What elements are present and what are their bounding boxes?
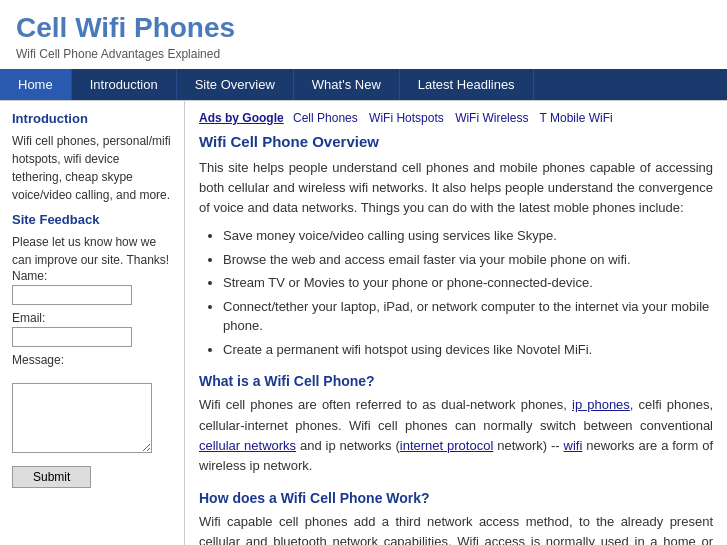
intro-paragraph: This site helps people understand cell p… <box>199 158 713 218</box>
nav-item-introduction[interactable]: Introduction <box>72 69 177 100</box>
ads-link-tmobile[interactable]: T Mobile WiFi <box>540 111 613 125</box>
what-is-heading: What is a Wifi Cell Phone? <box>199 373 713 389</box>
what-text-before: Wifi cell phones are often referred to a… <box>199 397 572 412</box>
how-works-heading: How does a Wifi Cell Phone Work? <box>199 490 713 506</box>
site-title: Cell Wifi Phones <box>16 12 711 44</box>
email-input[interactable] <box>12 327 132 347</box>
what-text-after: network) -- <box>493 438 563 453</box>
list-item: Create a permanent wifi hotspot using de… <box>223 340 713 360</box>
ads-link-cellphones[interactable]: Cell Phones <box>293 111 358 125</box>
main-nav: Home Introduction Site Overview What's N… <box>0 69 727 100</box>
submit-button[interactable]: Submit <box>12 466 91 488</box>
sidebar-intro-heading: Introduction <box>12 111 172 126</box>
message-label: Message: <box>12 353 172 367</box>
sidebar-feedback-heading: Site Feedback <box>12 212 172 227</box>
name-input[interactable] <box>12 285 132 305</box>
internet-protocol-link[interactable]: internet protocol <box>400 438 494 453</box>
list-item: Stream TV or Movies to your phone or pho… <box>223 273 713 293</box>
content-area: Introduction Wifi cell phones, personal/… <box>0 100 727 545</box>
sidebar-intro-text: Wifi cell phones, personal/mifi hotspots… <box>12 132 172 204</box>
ads-link-wifi-hotspots[interactable]: WiFi Hotspots <box>369 111 444 125</box>
overview-heading: Wifi Cell Phone Overview <box>199 133 713 150</box>
ip-phones-link[interactable]: ip phones <box>572 397 630 412</box>
message-textarea[interactable] <box>12 383 152 453</box>
main-content: Ads by Google Cell Phones WiFi Hotspots … <box>185 101 727 545</box>
sidebar-feedback-text: Please let us know how we can improve ou… <box>12 233 172 269</box>
email-field-group: Email: <box>12 311 172 347</box>
message-field-group: Message: <box>12 353 172 456</box>
list-item: Connect/tether your laptop, iPad, or net… <box>223 297 713 336</box>
page-header: Cell Wifi Phones Wifi Cell Phone Advanta… <box>0 0 727 69</box>
cellular-networks-link[interactable]: cellular networks <box>199 438 296 453</box>
feature-list: Save money voice/video calling using ser… <box>223 226 713 359</box>
nav-item-latest-headlines[interactable]: Latest Headlines <box>400 69 534 100</box>
sidebar: Introduction Wifi cell phones, personal/… <box>0 101 185 545</box>
nav-item-site-overview[interactable]: Site Overview <box>177 69 294 100</box>
site-subtitle: Wifi Cell Phone Advantages Explained <box>16 47 711 61</box>
name-label: Name: <box>12 269 172 283</box>
ads-label: Ads by Google <box>199 111 284 125</box>
nav-item-home[interactable]: Home <box>0 69 72 100</box>
ads-link-wifi-wireless[interactable]: WiFi Wireless <box>455 111 528 125</box>
what-is-paragraph: Wifi cell phones are often referred to a… <box>199 395 713 476</box>
how-works-paragraph: Wifi capable cell phones add a third net… <box>199 512 713 545</box>
name-field-group: Name: <box>12 269 172 305</box>
list-item: Save money voice/video calling using ser… <box>223 226 713 246</box>
what-text-mid2: and ip networks ( <box>296 438 400 453</box>
list-item: Browse the web and access email faster v… <box>223 250 713 270</box>
nav-item-whats-new[interactable]: What's New <box>294 69 400 100</box>
email-label: Email: <box>12 311 172 325</box>
ads-bar: Ads by Google Cell Phones WiFi Hotspots … <box>199 111 713 125</box>
wifi-link[interactable]: wifi <box>564 438 583 453</box>
